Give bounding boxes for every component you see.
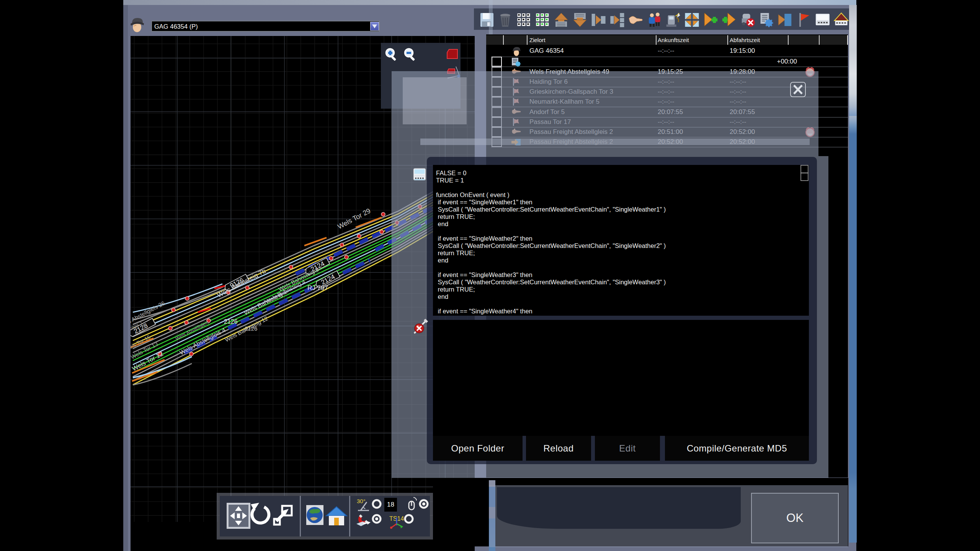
svg-text:RJ 797: RJ 797 — [307, 284, 328, 292]
svg-text:30°: 30° — [357, 498, 366, 504]
svg-text:2126: 2126 — [224, 318, 238, 325]
